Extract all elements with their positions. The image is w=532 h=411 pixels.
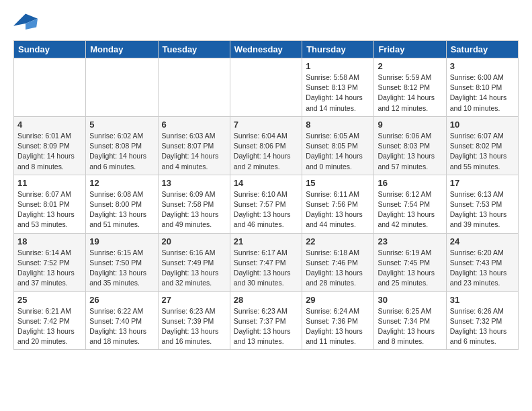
day-info: Sunrise: 6:26 AMSunset: 7:32 PMDaylight:… [450,306,515,347]
day-info: Sunrise: 6:06 AMSunset: 8:03 PMDaylight:… [378,131,442,172]
weekday-header-saturday: Saturday [446,41,518,58]
calendar-cell: 8Sunrise: 6:05 AMSunset: 8:05 PMDaylight… [302,116,374,175]
day-info: Sunrise: 6:01 AMSunset: 8:09 PMDaylight:… [17,131,82,172]
calendar-cell: 30Sunrise: 6:25 AMSunset: 7:34 PMDayligh… [374,291,446,350]
day-info: Sunrise: 6:24 AMSunset: 7:36 PMDaylight:… [306,306,370,347]
day-info: Sunrise: 6:09 AMSunset: 7:58 PMDaylight:… [162,189,226,230]
day-number: 12 [89,178,154,188]
calendar-cell: 16Sunrise: 6:12 AMSunset: 7:54 PMDayligh… [374,175,446,233]
day-number: 24 [450,236,515,246]
calendar-cell: 26Sunrise: 6:22 AMSunset: 7:40 PMDayligh… [86,291,158,350]
day-info: Sunrise: 6:11 AMSunset: 7:56 PMDaylight:… [306,189,370,230]
weekday-header-thursday: Thursday [302,41,374,58]
day-number: 13 [162,178,226,188]
day-number: 25 [17,295,82,305]
day-info: Sunrise: 6:21 AMSunset: 7:42 PMDaylight:… [17,306,82,347]
calendar-week-1: 1Sunrise: 5:58 AMSunset: 8:13 PMDaylight… [14,58,519,117]
calendar-week-2: 4Sunrise: 6:01 AMSunset: 8:09 PMDaylight… [14,116,519,175]
day-info: Sunrise: 6:15 AMSunset: 7:50 PMDaylight:… [89,248,154,289]
day-number: 8 [306,120,370,130]
day-info: Sunrise: 6:19 AMSunset: 7:45 PMDaylight:… [378,248,442,289]
day-number: 28 [234,295,298,305]
day-number: 30 [378,295,442,305]
day-info: Sunrise: 6:07 AMSunset: 8:01 PMDaylight:… [17,189,82,230]
calendar-cell: 22Sunrise: 6:18 AMSunset: 7:46 PMDayligh… [302,233,374,291]
day-number: 26 [89,295,154,305]
calendar-cell: 21Sunrise: 6:17 AMSunset: 7:47 PMDayligh… [230,233,302,291]
day-number: 16 [378,178,442,188]
calendar-cell: 4Sunrise: 6:01 AMSunset: 8:09 PMDaylight… [14,116,86,175]
day-info: Sunrise: 6:03 AMSunset: 8:07 PMDaylight:… [162,131,226,172]
calendar-cell: 6Sunrise: 6:03 AMSunset: 8:07 PMDaylight… [158,116,230,175]
day-number: 4 [17,120,82,130]
day-info: Sunrise: 6:00 AMSunset: 8:10 PMDaylight:… [450,73,515,113]
calendar-cell: 28Sunrise: 6:23 AMSunset: 7:37 PMDayligh… [230,291,302,350]
day-info: Sunrise: 6:04 AMSunset: 8:06 PMDaylight:… [234,131,298,172]
calendar-cell: 20Sunrise: 6:16 AMSunset: 7:49 PMDayligh… [158,233,230,291]
calendar-cell: 3Sunrise: 6:00 AMSunset: 8:10 PMDaylight… [446,58,518,117]
calendar-week-3: 11Sunrise: 6:07 AMSunset: 8:01 PMDayligh… [14,175,519,233]
day-number: 15 [306,178,370,188]
calendar-cell: 24Sunrise: 6:20 AMSunset: 7:43 PMDayligh… [446,233,518,291]
calendar-cell: 15Sunrise: 6:11 AMSunset: 7:56 PMDayligh… [302,175,374,233]
calendar-cell: 19Sunrise: 6:15 AMSunset: 7:50 PMDayligh… [86,233,158,291]
day-number: 9 [378,120,442,130]
calendar-table: SundayMondayTuesdayWednesdayThursdayFrid… [13,40,519,350]
calendar-cell [14,58,86,117]
calendar-cell: 1Sunrise: 5:58 AMSunset: 8:13 PMDaylight… [302,58,374,117]
day-info: Sunrise: 6:13 AMSunset: 7:53 PMDaylight:… [450,189,515,230]
day-info: Sunrise: 6:02 AMSunset: 8:08 PMDaylight:… [89,131,154,172]
calendar-cell: 12Sunrise: 6:08 AMSunset: 8:00 PMDayligh… [86,175,158,233]
day-number: 29 [306,295,370,305]
calendar-cell: 14Sunrise: 6:10 AMSunset: 7:57 PMDayligh… [230,175,302,233]
day-number: 31 [450,295,515,305]
calendar-cell: 18Sunrise: 6:14 AMSunset: 7:52 PMDayligh… [14,233,86,291]
weekday-header-wednesday: Wednesday [230,41,302,58]
day-number: 19 [89,236,154,246]
day-info: Sunrise: 6:07 AMSunset: 8:02 PMDaylight:… [450,131,515,172]
calendar-cell: 25Sunrise: 6:21 AMSunset: 7:42 PMDayligh… [14,291,86,350]
calendar-week-5: 25Sunrise: 6:21 AMSunset: 7:42 PMDayligh… [14,291,519,350]
calendar-cell: 11Sunrise: 6:07 AMSunset: 8:01 PMDayligh… [14,175,86,233]
day-number: 22 [306,236,370,246]
day-info: Sunrise: 6:16 AMSunset: 7:49 PMDaylight:… [162,248,226,289]
day-number: 10 [450,120,515,130]
calendar-cell: 9Sunrise: 6:06 AMSunset: 8:03 PMDaylight… [374,116,446,175]
page-header [13,13,519,34]
day-info: Sunrise: 5:59 AMSunset: 8:12 PMDaylight:… [378,73,442,113]
day-number: 20 [162,236,226,246]
day-number: 1 [306,61,370,71]
weekday-header-friday: Friday [374,41,446,58]
logo-bird-icon [13,13,38,34]
calendar-cell [158,58,230,117]
day-info: Sunrise: 6:23 AMSunset: 7:37 PMDaylight:… [234,306,298,347]
day-info: Sunrise: 6:20 AMSunset: 7:43 PMDaylight:… [450,248,515,289]
day-number: 7 [234,120,298,130]
calendar-cell: 13Sunrise: 6:09 AMSunset: 7:58 PMDayligh… [158,175,230,233]
calendar-cell: 27Sunrise: 6:23 AMSunset: 7:39 PMDayligh… [158,291,230,350]
weekday-header-monday: Monday [86,41,158,58]
day-info: Sunrise: 6:25 AMSunset: 7:34 PMDaylight:… [378,306,442,347]
day-number: 17 [450,178,515,188]
day-number: 2 [378,61,442,71]
calendar-cell: 10Sunrise: 6:07 AMSunset: 8:02 PMDayligh… [446,116,518,175]
calendar-cell: 17Sunrise: 6:13 AMSunset: 7:53 PMDayligh… [446,175,518,233]
day-number: 18 [17,236,82,246]
day-number: 14 [234,178,298,188]
weekday-header-sunday: Sunday [14,41,86,58]
calendar-cell [230,58,302,117]
weekday-header-row: SundayMondayTuesdayWednesdayThursdayFrid… [14,41,519,58]
day-number: 23 [378,236,442,246]
weekday-header-tuesday: Tuesday [158,41,230,58]
calendar-cell: 2Sunrise: 5:59 AMSunset: 8:12 PMDaylight… [374,58,446,117]
calendar-cell: 7Sunrise: 6:04 AMSunset: 8:06 PMDaylight… [230,116,302,175]
calendar-week-4: 18Sunrise: 6:14 AMSunset: 7:52 PMDayligh… [14,233,519,291]
day-number: 21 [234,236,298,246]
day-info: Sunrise: 6:23 AMSunset: 7:39 PMDaylight:… [162,306,226,347]
day-info: Sunrise: 5:58 AMSunset: 8:13 PMDaylight:… [306,73,370,113]
day-info: Sunrise: 6:05 AMSunset: 8:05 PMDaylight:… [306,131,370,172]
day-info: Sunrise: 6:12 AMSunset: 7:54 PMDaylight:… [378,189,442,230]
day-number: 3 [450,61,515,71]
day-number: 11 [17,178,82,188]
day-number: 5 [89,120,154,130]
